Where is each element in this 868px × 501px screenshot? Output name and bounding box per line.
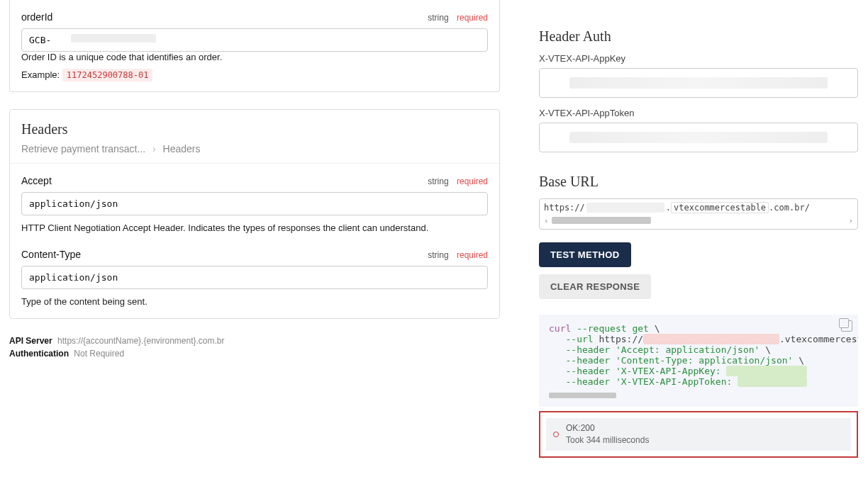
auth-line: Authentication Not Required bbox=[9, 349, 500, 359]
param-orderid-panel: orderId string required Order ID is a un… bbox=[9, 0, 500, 92]
curl-flag-h2: --header bbox=[565, 355, 610, 366]
curl-appkey-redacted: xxxxxxxxxxxxxx bbox=[726, 366, 807, 376]
curl-url-redacted: xxxxxxxxxxxxxxxxxxxxxxxx bbox=[643, 334, 779, 344]
apptoken-input[interactable] bbox=[539, 123, 858, 152]
accept-type: string bbox=[428, 176, 448, 186]
header-auth-title: Header Auth bbox=[539, 28, 858, 45]
api-server-label: API Server bbox=[9, 336, 52, 346]
curl-apptoken-redacted: xxxxxxxxxxxx bbox=[738, 376, 807, 387]
code-scroll-thumb[interactable] bbox=[549, 393, 616, 398]
appkey-input[interactable] bbox=[539, 68, 858, 98]
headers-title: Headers bbox=[21, 121, 488, 137]
param-required-badge: required bbox=[457, 13, 488, 23]
curl-url-suffix: .vtexcommercesta bbox=[779, 334, 858, 344]
redacted-apptoken bbox=[569, 132, 828, 143]
response-status: OK:200 bbox=[566, 422, 649, 434]
contenttype-type: string bbox=[428, 250, 448, 260]
example-code: 1172452900788-01 bbox=[62, 69, 153, 81]
headers-panel: Headers Retrieve payment transact... › H… bbox=[9, 109, 500, 319]
curl-h-appkey: 'X-VTEX-API-AppKey: bbox=[616, 366, 721, 376]
url-account-redacted bbox=[586, 203, 664, 213]
url-scheme: https:// bbox=[544, 203, 585, 213]
scroll-thumb[interactable] bbox=[552, 217, 651, 224]
breadcrumb-current: Headers bbox=[163, 143, 201, 154]
url-tld: .com.br/ bbox=[769, 203, 810, 213]
response-timing: Took 344 milliseconds bbox=[566, 434, 649, 446]
contenttype-name: Content-Type bbox=[21, 249, 81, 260]
param-meta: string required bbox=[428, 13, 488, 23]
response-highlight-box: OK:200 Took 344 milliseconds bbox=[539, 411, 858, 458]
breadcrumb: Retrieve payment transact... › Headers bbox=[21, 143, 488, 154]
curl-flag-url: --url bbox=[565, 334, 593, 344]
param-type: string bbox=[428, 13, 448, 23]
example-label: Example: bbox=[21, 69, 60, 80]
url-env: vtexcommercestable bbox=[671, 202, 769, 213]
breadcrumb-parent[interactable]: Retrieve payment transact... bbox=[21, 143, 145, 154]
clear-response-button[interactable]: CLEAR RESPONSE bbox=[539, 274, 651, 299]
curl-method: get bbox=[632, 323, 648, 334]
appkey-label: X-VTEX-API-AppKey bbox=[539, 53, 858, 64]
url-scrollbar[interactable]: ‹ › bbox=[544, 216, 853, 225]
accept-description: HTTP Client Negotiation Accept Header. I… bbox=[21, 223, 488, 233]
apptoken-label: X-VTEX-API-AppToken bbox=[539, 108, 858, 118]
curl-flag-request: --request bbox=[577, 323, 626, 334]
header-auth-section: Header Auth X-VTEX-API-AppKey X-VTEX-API… bbox=[539, 0, 858, 174]
auth-label: Authentication bbox=[9, 349, 69, 359]
redacted-appkey bbox=[569, 77, 828, 89]
accept-required: required bbox=[457, 176, 488, 186]
scroll-right-icon[interactable]: › bbox=[848, 216, 853, 225]
base-url-box[interactable]: https:// . vtexcommercestable .com.br/ ‹… bbox=[539, 198, 858, 230]
base-url-title: Base URL bbox=[539, 174, 858, 190]
curl-h-ctype: 'Content-Type: application/json' bbox=[616, 355, 793, 366]
accept-name: Accept bbox=[21, 175, 52, 186]
contenttype-required: required bbox=[457, 250, 488, 260]
auth-value: Not Required bbox=[74, 349, 124, 359]
breadcrumb-separator: › bbox=[152, 143, 156, 154]
curl-flag-h4: --header bbox=[565, 376, 610, 387]
curl-url-prefix: https:// bbox=[599, 334, 643, 344]
curl-h-accept: 'Accept: application/json' bbox=[616, 344, 760, 355]
scroll-left-icon[interactable]: ‹ bbox=[544, 216, 549, 225]
test-method-button[interactable]: TEST METHOD bbox=[539, 242, 631, 267]
param-description: Order ID is a unique code that identifie… bbox=[21, 52, 488, 62]
copy-icon[interactable] bbox=[841, 320, 852, 332]
curl-cmd: curl bbox=[549, 323, 571, 334]
curl-flag-h3: --header bbox=[565, 366, 610, 376]
curl-flag-h1: --header bbox=[565, 344, 610, 355]
contenttype-input[interactable] bbox=[21, 266, 488, 289]
curl-code-block: curl --request get \ --url https://xxxxx… bbox=[539, 315, 858, 407]
status-dot-icon bbox=[553, 432, 559, 437]
url-dot: . bbox=[666, 203, 671, 213]
contenttype-description: Type of the content being sent. bbox=[21, 296, 488, 307]
accept-meta: string required bbox=[428, 176, 488, 186]
param-name: orderId bbox=[21, 11, 52, 23]
curl-h-apptoken: 'X-VTEX-API-AppToken: bbox=[616, 376, 732, 387]
redacted-value bbox=[71, 34, 156, 43]
param-example: Example: 1172452900788-01 bbox=[21, 69, 488, 80]
contenttype-meta: string required bbox=[428, 250, 488, 260]
response-row: OK:200 Took 344 milliseconds bbox=[546, 418, 851, 451]
api-server-line: API Server https://{accountName}.{enviro… bbox=[9, 336, 500, 346]
accept-input[interactable] bbox=[21, 192, 488, 215]
api-server-value: https://{accountName}.{environment}.com.… bbox=[57, 336, 224, 346]
